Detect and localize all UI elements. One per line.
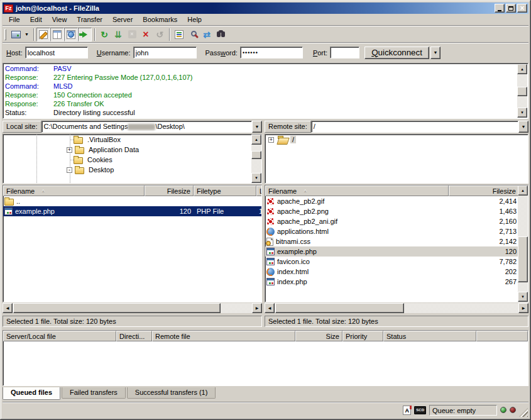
scroll-down-icon[interactable]: ▼ <box>518 292 528 302</box>
toggle-remote-tree-button[interactable] <box>64 28 78 41</box>
column-direction[interactable]: Directi... <box>116 331 152 341</box>
file-row[interactable]: apache_pb2_ani.gif2,160 <box>265 216 519 226</box>
column-filler <box>476 331 528 341</box>
column-priority[interactable]: Priority <box>342 331 383 341</box>
quickconnect-button[interactable]: Quickconnect <box>364 47 429 59</box>
reconnect-button[interactable]: ↺ <box>153 28 167 41</box>
disconnect-button[interactable]: × <box>139 28 153 41</box>
local-tree-scrollbar[interactable]: ▲ ▼ <box>251 135 261 183</box>
local-site-pane: Local site: C:\Documents and Settings\De… <box>3 121 262 184</box>
site-manager-button[interactable] <box>9 28 23 41</box>
file-row[interactable]: bitnami.css2,142 <box>265 236 519 246</box>
minimize-button[interactable] <box>495 4 505 13</box>
synchronized-browsing-button[interactable]: ⇄ <box>200 28 214 41</box>
scroll-left-icon[interactable]: ◀ <box>265 303 275 313</box>
scroll-up-icon[interactable]: ▲ <box>518 185 528 196</box>
column-filesize[interactable]: Filesize <box>449 185 519 196</box>
scroll-up-icon[interactable]: ▲ <box>251 135 261 145</box>
host-input[interactable] <box>25 47 88 58</box>
column-filesize[interactable]: Filesize <box>145 185 194 196</box>
tab-queued-files[interactable]: Queued files <box>3 387 60 400</box>
local-path-combo[interactable]: C:\Documents and Settings\Desktop\ ▼ <box>41 121 262 133</box>
remote-list-hscrollbar[interactable]: ◀ ▶ <box>265 303 528 313</box>
scrollbar-thumb[interactable] <box>517 87 527 96</box>
file-row[interactable]: index.php267 <box>265 277 519 287</box>
password-input[interactable] <box>240 47 303 58</box>
local-file-list: Filename▲ Filesize Filetype L .. example… <box>3 185 262 302</box>
directory-filters-button[interactable] <box>172 28 186 41</box>
title-bar[interactable]: Fz john@localhost - FileZilla <box>3 3 528 14</box>
log-scrollbar[interactable]: ▲ ▼ <box>517 64 527 118</box>
file-row[interactable]: applications.html2,713 <box>265 226 519 236</box>
scroll-left-icon[interactable]: ◀ <box>3 303 13 313</box>
menu-edit[interactable]: Edit <box>25 14 47 25</box>
menu-transfer[interactable]: Transfer <box>72 14 107 25</box>
tree-item-root[interactable]: + / <box>265 135 528 145</box>
file-row-parent-dir[interactable]: .. <box>3 196 261 206</box>
column-filetype[interactable]: Filetype <box>194 185 256 196</box>
tree-item-virtualbox[interactable]: .VirtualBox <box>3 135 261 145</box>
column-last-modified[interactable]: L <box>256 185 262 196</box>
toggle-local-tree-button[interactable] <box>50 28 64 41</box>
remote-list-scrollbar[interactable]: ▲ ▼ <box>518 185 528 302</box>
username-input[interactable] <box>133 47 197 58</box>
file-row-selected[interactable]: example.php 120 PHP File 1 <box>3 206 261 216</box>
sync-arrows-icon: ⇄ <box>203 30 211 39</box>
scroll-up-icon[interactable]: ▲ <box>517 64 527 74</box>
tab-successful-transfers[interactable]: Successful transfers (1) <box>127 387 216 399</box>
scrollbar-thumb[interactable] <box>251 151 261 159</box>
tree-item-application-data[interactable]: + Application Data <box>3 145 261 155</box>
column-filename[interactable]: Filename▲ <box>265 185 449 196</box>
menu-file[interactable]: File <box>4 14 25 25</box>
scroll-right-icon[interactable]: ▶ <box>518 303 528 313</box>
column-server-local-file[interactable]: Server/Local file <box>3 331 116 341</box>
resize-grip[interactable] <box>519 408 528 417</box>
file-row[interactable]: apache_pb2.gif2,414 <box>265 196 519 206</box>
remote-path-combo[interactable]: / ▼ <box>311 121 528 133</box>
scroll-down-icon[interactable]: ▼ <box>517 108 527 118</box>
expand-icon[interactable]: + <box>268 137 274 143</box>
column-status[interactable]: Status <box>383 331 476 341</box>
menu-view[interactable]: View <box>47 14 72 25</box>
queue-arrow-icon <box>82 31 87 38</box>
scroll-down-icon[interactable]: ▼ <box>251 173 261 183</box>
tree-item-cookies[interactable]: Cookies <box>3 155 261 165</box>
folder-icon <box>74 137 83 144</box>
local-list-header: Filename▲ Filesize Filetype L <box>3 185 261 196</box>
expand-icon[interactable]: + <box>67 147 72 153</box>
menu-bookmarks[interactable]: Bookmarks <box>138 14 182 25</box>
tree-item-desktop[interactable]: - Desktop <box>3 165 261 175</box>
process-queue-button[interactable]: ⇊ <box>111 28 125 41</box>
file-row[interactable]: favicon.ico7,782 <box>265 257 519 267</box>
refresh-button[interactable]: ↻ <box>97 28 111 41</box>
local-list-hscrollbar[interactable]: ◀ ▶ <box>3 303 262 313</box>
file-row[interactable]: index.html202 <box>265 267 519 277</box>
scrollbar-thumb[interactable] <box>275 303 404 313</box>
transfer-queue: Server/Local file Directi... Remote file… <box>3 330 528 386</box>
local-path-dropdown[interactable]: ▼ <box>252 121 262 133</box>
filter-icon <box>175 30 183 39</box>
file-row[interactable]: apache_pb2.png1,463 <box>265 206 519 216</box>
scroll-right-icon[interactable]: ▶ <box>252 303 262 313</box>
column-remote-file[interactable]: Remote file <box>152 331 295 341</box>
file-row-selected[interactable]: example.php120 <box>265 246 519 257</box>
menu-help[interactable]: Help <box>182 14 207 25</box>
column-size[interactable]: Size <box>295 331 342 341</box>
tab-failed-transfers[interactable]: Failed transfers <box>62 387 126 399</box>
scrollbar-thumb[interactable] <box>518 236 528 282</box>
toggle-transfer-queue-button[interactable] <box>78 28 92 41</box>
maximize-button[interactable] <box>506 4 516 13</box>
toggle-message-log-button[interactable] <box>36 28 50 41</box>
compare-directories-button[interactable] <box>186 28 200 41</box>
site-manager-dropdown[interactable]: ▼ <box>23 28 31 41</box>
column-filename[interactable]: Filename▲ <box>3 185 145 196</box>
menu-server[interactable]: Server <box>107 14 138 25</box>
scrollbar-thumb[interactable] <box>13 303 221 313</box>
find-files-button[interactable] <box>214 28 227 41</box>
quickconnect-dropdown[interactable]: ▼ <box>430 47 441 59</box>
close-button[interactable] <box>517 4 527 13</box>
cancel-operation-button[interactable]: × <box>125 28 139 41</box>
collapse-icon[interactable]: - <box>67 167 72 173</box>
remote-path-dropdown[interactable]: ▼ <box>518 121 528 133</box>
port-input[interactable] <box>330 47 359 58</box>
